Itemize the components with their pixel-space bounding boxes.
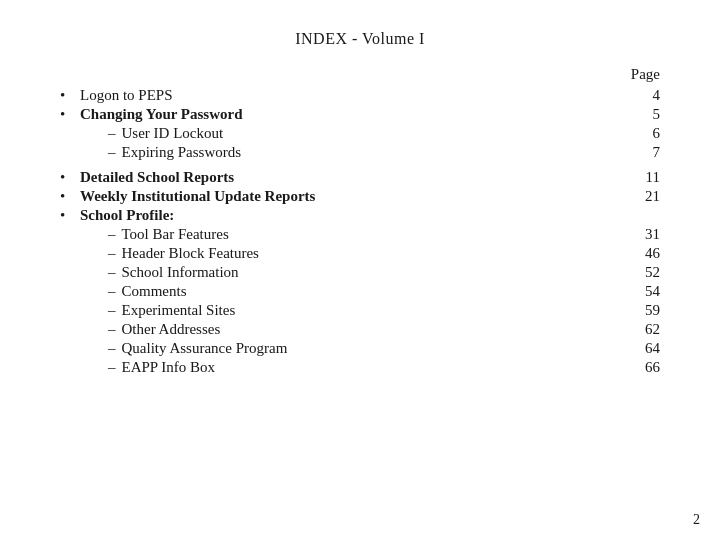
bullet-weekly: • — [60, 188, 80, 205]
label-comments: Comments — [122, 283, 187, 300]
label-weekly: Weekly Institutional Update Reports — [80, 188, 315, 205]
index-row-logon: • Logon to PEPS 4 — [60, 87, 660, 104]
dash-other-addresses: – — [108, 321, 116, 338]
label-quality-assurance: Quality Assurance Program — [122, 340, 288, 357]
label-expiring-passwords: Expiring Passwords — [122, 144, 242, 161]
dash-quality-assurance: – — [108, 340, 116, 357]
bullet-detailed: • — [60, 169, 80, 186]
index-table: • Logon to PEPS 4 • Changing Your Passwo… — [60, 87, 660, 376]
page-num-header-block: 46 — [630, 245, 660, 262]
page-header-row: Page — [60, 66, 660, 83]
page-num-weekly: 21 — [630, 188, 660, 205]
dash-eapp: – — [108, 359, 116, 376]
index-row-weekly: • Weekly Institutional Update Reports 21 — [60, 188, 660, 205]
dash-school-info: – — [108, 264, 116, 281]
index-row-password: • Changing Your Password 5 — [60, 106, 660, 123]
label-school-profile: School Profile: — [80, 207, 174, 224]
label-password: Changing Your Password — [80, 106, 243, 123]
page-num-toolbar: 31 — [630, 226, 660, 243]
page-container: INDEX - Volume I Page • Logon to PEPS 4 … — [0, 0, 720, 540]
page-num-school-info: 52 — [630, 264, 660, 281]
bullet-school-profile: • — [60, 207, 80, 224]
page-title: INDEX - Volume I — [60, 30, 660, 48]
dash-toolbar: – — [108, 226, 116, 243]
sub-row-eapp-info: – EAPP Info Box 66 — [60, 359, 660, 376]
page-num-detailed: 11 — [630, 169, 660, 186]
index-row-detailed: • Detailed School Reports 11 — [60, 169, 660, 186]
label-toolbar: Tool Bar Features — [122, 226, 229, 243]
page-num-experimental: 59 — [630, 302, 660, 319]
page-num-quality-assurance: 64 — [630, 340, 660, 357]
label-other-addresses: Other Addresses — [122, 321, 221, 338]
label-detailed: Detailed School Reports — [80, 169, 234, 186]
sub-row-userid-lockout: – User ID Lockout 6 — [60, 125, 660, 142]
label-school-info: School Information — [122, 264, 239, 281]
sub-row-quality-assurance: – Quality Assurance Program 64 — [60, 340, 660, 357]
label-logon: Logon to PEPS — [80, 87, 173, 104]
page-num-logon: 4 — [630, 87, 660, 104]
page-num-other-addresses: 62 — [630, 321, 660, 338]
page-num-password: 5 — [630, 106, 660, 123]
index-row-school-profile: • School Profile: — [60, 207, 660, 224]
footer-page-number: 2 — [693, 512, 700, 528]
label-userid-lockout: User ID Lockout — [122, 125, 224, 142]
page-column-header: Page — [631, 66, 660, 83]
dash-comments: – — [108, 283, 116, 300]
sub-row-school-info: – School Information 52 — [60, 264, 660, 281]
page-num-comments: 54 — [630, 283, 660, 300]
label-eapp-info: EAPP Info Box — [122, 359, 216, 376]
dash-expiring: – — [108, 144, 116, 161]
page-num-userid-lockout: 6 — [630, 125, 660, 142]
dash-header-block: – — [108, 245, 116, 262]
sub-row-other-addresses: – Other Addresses 62 — [60, 321, 660, 338]
page-num-expiring-passwords: 7 — [630, 144, 660, 161]
dash-userid: – — [108, 125, 116, 142]
label-experimental: Experimental Sites — [122, 302, 236, 319]
sub-row-toolbar: – Tool Bar Features 31 — [60, 226, 660, 243]
sub-row-comments: – Comments 54 — [60, 283, 660, 300]
page-num-eapp-info: 66 — [630, 359, 660, 376]
bullet-logon: • — [60, 87, 80, 104]
dash-experimental: – — [108, 302, 116, 319]
label-header-block: Header Block Features — [122, 245, 259, 262]
bullet-password: • — [60, 106, 80, 123]
sub-row-header-block: – Header Block Features 46 — [60, 245, 660, 262]
sub-row-expiring-passwords: – Expiring Passwords 7 — [60, 144, 660, 161]
sub-row-experimental: – Experimental Sites 59 — [60, 302, 660, 319]
